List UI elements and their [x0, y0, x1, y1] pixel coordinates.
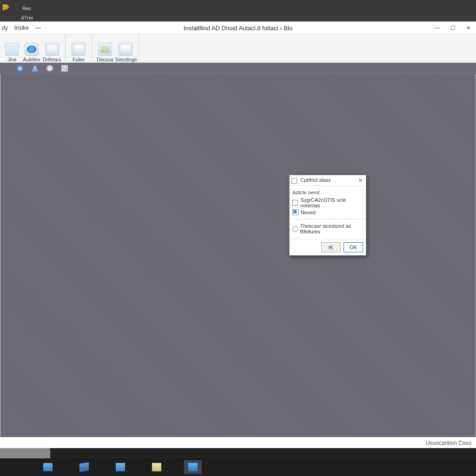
dialog-body: Adtcle nend SygrCA2cDTIS ucle notentas N… — [290, 186, 366, 239]
ribbon-item-aulidies[interactable]: Aulidies — [21, 41, 42, 62]
os-top-label-1: Rec — [22, 6, 32, 11]
dialog-title-icon — [291, 178, 297, 184]
taskbar-item-explorer[interactable] — [39, 460, 57, 474]
dialog-button-row: tK OK — [290, 239, 366, 255]
page-icon — [45, 43, 59, 56]
radio-icon[interactable] — [292, 226, 298, 232]
dialog-option-1[interactable]: SygrCA2cDTIS ucle notentas — [292, 197, 363, 208]
menu-min-glyph[interactable]: — — [35, 25, 41, 31]
os-top-strip: Rec JiTrer — [0, 0, 476, 21]
server-manager-icon — [79, 463, 89, 472]
settings-icon — [119, 43, 132, 56]
ribbon-label: Seeztinge — [115, 57, 136, 62]
window-maximize-button[interactable]: ☐ — [447, 23, 458, 33]
app-launcher-icon[interactable] — [2, 3, 10, 11]
quick-access-row — [0, 63, 476, 74]
checkbox-icon[interactable] — [292, 200, 298, 206]
ribbon-toolbar: Jine Aulidies Drifetars Fules Décous — [0, 34, 476, 63]
dialog-ok-button[interactable]: OK — [344, 242, 363, 252]
window-controls: — ☐ ✕ — [431, 22, 474, 34]
taskbar-item-4[interactable] — [148, 460, 165, 474]
ribbon-label: Décous — [95, 57, 115, 62]
ribbon-item-seeztinge[interactable]: Seeztinge — [115, 41, 136, 62]
document-icon — [5, 43, 19, 56]
ribbon-label: Drifetars — [42, 57, 62, 62]
dialog-option-3[interactable]: Thescasr sicestond as Bfeitures — [292, 223, 363, 234]
titlebar-menu: dy Inslke — — [0, 25, 41, 31]
dialog-option-2-label: Nexed — [301, 210, 316, 215]
ribbon-item-drifetars[interactable]: Drifetars — [42, 41, 62, 62]
taskbar — [0, 458, 476, 476]
globe-icon — [25, 43, 39, 56]
window-minimize-button[interactable]: — — [431, 23, 443, 33]
ribbon-label: Jine — [3, 57, 21, 62]
dashboard-icon — [116, 463, 125, 471]
dialog-section-label: Adtcle nend — [292, 190, 363, 195]
taskbar-item-2[interactable] — [75, 460, 93, 474]
taskbar-item-active-app[interactable] — [184, 460, 202, 474]
control-panel-icon — [152, 463, 161, 471]
qa-icon-1[interactable] — [17, 65, 23, 72]
sheet-icon — [98, 43, 112, 56]
table-icon — [72, 43, 86, 56]
window-titlebar: dy Inslke — Installllind AD Dnoid Autacl… — [0, 22, 476, 34]
qa-icon-2[interactable] — [32, 65, 38, 72]
application-window: dy Inslke — Installllind AD Dnoid Autacl… — [0, 21, 476, 449]
ribbon-item-jine[interactable]: Jine — [3, 41, 21, 62]
window-close-button[interactable]: ✕ — [463, 23, 474, 33]
workspace-area[interactable] — [0, 73, 476, 437]
status-bar: Usuocantion Coso — [0, 437, 476, 449]
options-dialog: Cptifrict slass ✕ Adtcle nend SygrCA2cDT… — [289, 175, 366, 256]
dialog-option-2[interactable]: Nexed — [292, 209, 363, 215]
qa-icon-4[interactable] — [61, 65, 68, 72]
qa-icon-3[interactable] — [46, 65, 53, 72]
ribbon-group-2: Fules — [66, 34, 92, 63]
dialog-option-3-label: Thescasr sicestond as Bfeitures — [300, 223, 363, 234]
ribbon-group-1: Jine Aulidies Drifetars — [0, 34, 66, 63]
ribbon-group-3: Décous Seeztinge — [92, 34, 139, 63]
menu-item-2[interactable]: Inslke — [14, 25, 29, 31]
ribbon-label: Fules — [68, 57, 89, 62]
dialog-option-1-label: SygrCA2cDTIS ucle notentas — [300, 197, 363, 208]
dialog-separator — [290, 219, 366, 219]
dialog-close-button[interactable]: ✕ — [357, 178, 364, 184]
taskbar-item-3[interactable] — [112, 460, 129, 474]
dialog-title-label: Cptifrict slass — [300, 177, 331, 183]
file-explorer-icon — [43, 463, 53, 471]
status-right-label: Usuocantion Coso — [426, 440, 471, 446]
dialog-cancel-button[interactable]: tK — [321, 242, 341, 252]
checkbox-checked-icon[interactable] — [292, 209, 298, 215]
active-app-icon — [188, 463, 198, 471]
dialog-titlebar[interactable]: Cptifrict slass ✕ — [290, 175, 366, 186]
dialog-title-text: Cptifrict slass — [291, 177, 331, 183]
os-top-label-2: JiTrer — [20, 15, 33, 20]
taskbar-preview-tile — [0, 448, 50, 458]
ribbon-item-decous[interactable]: Décous — [95, 41, 115, 62]
window-title: Installllind AD Dnoid Autacl.8 fottacl ›… — [0, 25, 476, 32]
ribbon-label: Aulidies — [21, 57, 42, 62]
menu-item-1[interactable]: dy — [2, 25, 8, 31]
ribbon-item-fules[interactable]: Fules — [68, 41, 89, 62]
